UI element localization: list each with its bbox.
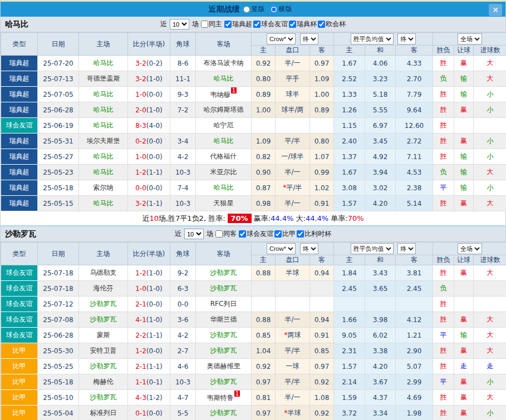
league-filter[interactable]: 瑞典超	[224, 19, 252, 29]
league-filter[interactable]: 球会友谊	[253, 19, 288, 29]
corner-cell: 10-3	[170, 374, 196, 390]
bookmaker-select[interactable]: Crow*	[267, 33, 296, 45]
league-checkbox[interactable]	[289, 21, 296, 28]
date-cell: 25-05-10	[38, 390, 79, 406]
goals-result-cell	[474, 118, 506, 134]
horizontal-layout-radio[interactable]: 横版	[271, 4, 292, 14]
same-venue-checkbox[interactable]	[215, 230, 223, 238]
full-match-select[interactable]: 全场	[458, 33, 482, 45]
away-team-cell: 哈马比	[196, 180, 252, 196]
summary-segment: 44.4%	[306, 214, 328, 223]
date-cell: 25-07-18	[38, 281, 79, 297]
home-team-cell: 索尔纳	[79, 180, 128, 196]
mean-draw-cell: 3.67	[365, 374, 396, 390]
col-result: 胜负	[433, 255, 454, 265]
col-handicap-result: 让球	[454, 46, 474, 56]
type-cell: 瑞典超	[1, 149, 38, 165]
recent-count-select[interactable]: 10	[170, 19, 189, 29]
odds-away-cell: 0.91	[310, 196, 334, 211]
filter-bar: 近 10 场 同主 瑞典超球会友谊瑞典杯欧会杯	[160, 19, 346, 29]
odds-away-cell: 0.92	[310, 406, 334, 420]
final-mean-select[interactable]: 终	[397, 243, 416, 254]
corner-cell: 10-3	[170, 196, 196, 211]
result-cell: 胜	[433, 196, 454, 211]
final-odds-select[interactable]: 终	[300, 243, 318, 254]
goals-result-cell: 小	[474, 87, 506, 102]
league-filters: 球会友谊比甲比利时杯	[238, 229, 331, 239]
goals-result-cell: 小	[474, 102, 506, 118]
mean-away-cell: 1.21	[396, 328, 433, 343]
league-checkbox[interactable]	[253, 21, 261, 28]
corner-cell: 4-7	[170, 390, 196, 406]
horizontal-radio-input[interactable]	[271, 6, 277, 13]
result-cell: 平	[433, 374, 454, 390]
corner-cell: 7-4	[170, 180, 196, 196]
handicap-cell: *两球	[276, 328, 310, 343]
mean-away-cell: 2.45	[396, 281, 433, 297]
handicap-cell: 半/一	[276, 56, 310, 71]
score-cell: 4-3(1-2)	[128, 390, 170, 406]
mean-select[interactable]: 胜平负均值	[351, 33, 394, 45]
date-cell: 25-05-18	[38, 374, 79, 390]
mean-home-cell: 2.40	[334, 134, 365, 149]
league-filter[interactable]: 比利时杯	[297, 229, 331, 239]
goals-result-cell: 大	[474, 56, 506, 71]
type-cell: 瑞典超	[1, 102, 38, 118]
goals-result-cell	[474, 297, 506, 312]
mean-draw-cell: 3.02	[365, 180, 396, 196]
team-section-header-1: 哈马比 近 10 场 同主 瑞典超球会友谊瑞典杯欧会杯	[1, 17, 505, 32]
league-checkbox[interactable]	[224, 21, 232, 28]
odds-away-cell: 0.97	[310, 359, 334, 374]
handicap-result-cell: 输	[454, 328, 474, 343]
mean-away-cell: 2.72	[396, 134, 433, 149]
close-button[interactable]: ✕	[489, 4, 502, 16]
league-checkbox[interactable]	[274, 230, 282, 238]
mean-away-cell: 7.11	[396, 149, 433, 165]
league-filter[interactable]: 瑞典杯	[289, 19, 317, 29]
same-venue-filter[interactable]: 同客	[215, 229, 237, 239]
mean-away-cell: 12.60	[396, 118, 433, 134]
vertical-radio-input[interactable]	[243, 6, 250, 13]
handicap-cell: 球半/两	[276, 102, 310, 118]
league-filter[interactable]: 比甲	[274, 229, 296, 239]
result-cell: 胜	[433, 56, 454, 71]
handicap-cell: 球半	[276, 87, 310, 102]
league-checkbox[interactable]	[297, 230, 304, 238]
full-match-select[interactable]: 全场	[458, 243, 482, 254]
league-checkbox[interactable]	[239, 230, 246, 238]
col-date: 日期	[38, 33, 79, 56]
same-venue-checkbox[interactable]	[201, 21, 208, 28]
final-odds-select[interactable]: 终	[300, 33, 318, 45]
goals-result-cell: 大	[474, 265, 506, 281]
odds-home-cell: 1.04	[252, 343, 276, 359]
vertical-layout-radio[interactable]: 竖版	[243, 4, 265, 14]
home-team-cell: 哈马比	[79, 149, 128, 165]
mean-away-cell: 4.53	[396, 165, 433, 180]
goals-result-cell: 小	[474, 374, 506, 390]
final-mean-select[interactable]: 终	[397, 33, 416, 45]
mean-select[interactable]: 胜平负均值	[351, 243, 394, 254]
mean-draw-cell: 3.45	[365, 134, 396, 149]
team-name: 沙勒罗瓦	[5, 229, 36, 239]
league-filter[interactable]: 欧会杯	[318, 19, 346, 29]
result-cell: 平	[433, 180, 454, 196]
match-row: 球会友谊25-06-28蒙斯2-2(1-1)4-2沙勒罗瓦0.85*两球0.91…	[1, 328, 506, 343]
handicap-result-cell: 赢	[454, 102, 474, 118]
bookmaker-select[interactable]: Crow*	[267, 243, 296, 254]
matches-table-1: 类型 日期 主场 比分(半场) 角球 客场 Crow* 终 胜平负均值 终 全场	[1, 32, 506, 211]
result-group-header: 全场	[433, 243, 506, 255]
filter-bar: 近 10 场 同客 球会友谊比甲比利时杯	[175, 229, 331, 239]
odds-away-cell: 0.92	[310, 374, 334, 390]
type-cell: 球会友谊	[1, 265, 38, 281]
match-row: 比甲25-05-30安特卫普1-2(0-0)2-7沙勒罗瓦1.04平/半0.85…	[1, 343, 506, 359]
score-cell: 3-2(1-0)	[128, 71, 170, 87]
odds-away-cell: 0.89	[310, 102, 334, 118]
handicap-cell: *半球	[276, 406, 310, 420]
summary-segment: 44.4%	[271, 214, 293, 223]
league-checkbox[interactable]	[318, 21, 325, 28]
same-venue-filter[interactable]: 同主	[201, 19, 222, 29]
recent-count-select[interactable]: 10	[184, 229, 204, 239]
match-row: 瑞典超25-05-18索尔纳0-0(0-0)7-4哈马比0.87*平/半1.02…	[1, 180, 506, 196]
league-filter[interactable]: 球会友谊	[239, 229, 273, 239]
mean-draw-cell: 3.34	[365, 406, 396, 420]
